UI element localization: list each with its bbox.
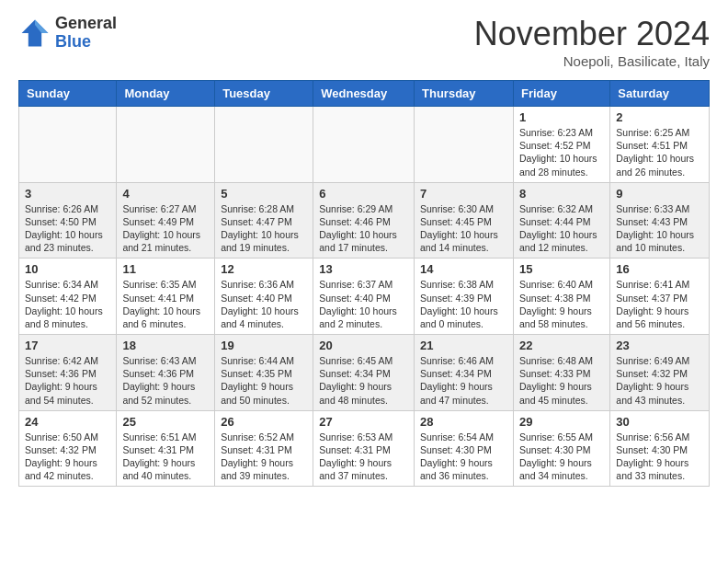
calendar-cell: 24Sunrise: 6:50 AM Sunset: 4:32 PM Dayli… [19,410,117,487]
weekday-header-sunday: Sunday [19,81,117,107]
calendar-cell: 27Sunrise: 6:53 AM Sunset: 4:31 PM Dayli… [313,410,415,487]
day-info: Sunrise: 6:42 AM Sunset: 4:36 PM Dayligh… [25,354,110,407]
calendar-cell: 20Sunrise: 6:45 AM Sunset: 4:34 PM Dayli… [313,335,415,411]
weekday-header-tuesday: Tuesday [215,81,313,107]
day-info: Sunrise: 6:40 AM Sunset: 4:38 PM Dayligh… [519,278,604,330]
logo-text: General Blue [55,15,117,52]
calendar-cell: 30Sunrise: 6:56 AM Sunset: 4:30 PM Dayli… [610,410,710,487]
weekday-header-monday: Monday [117,81,215,107]
day-number: 24 [25,415,110,429]
day-number: 12 [221,262,307,276]
day-info: Sunrise: 6:49 AM Sunset: 4:32 PM Dayligh… [616,354,703,407]
calendar-cell: 18Sunrise: 6:43 AM Sunset: 4:36 PM Dayli… [117,335,215,411]
day-number: 4 [122,187,209,201]
day-info: Sunrise: 6:30 AM Sunset: 4:45 PM Dayligh… [420,202,507,255]
day-number: 27 [319,415,408,429]
day-info: Sunrise: 6:44 AM Sunset: 4:35 PM Dayligh… [221,354,307,407]
calendar-cell [117,107,215,183]
day-info: Sunrise: 6:46 AM Sunset: 4:34 PM Dayligh… [420,354,507,407]
day-number: 8 [519,187,604,201]
day-number: 19 [221,339,307,352]
day-number: 15 [519,262,604,276]
day-info: Sunrise: 6:35 AM Sunset: 4:41 PM Dayligh… [122,278,209,330]
calendar-cell: 8Sunrise: 6:32 AM Sunset: 4:44 PM Daylig… [513,182,609,259]
calendar-table: SundayMondayTuesdayWednesdayThursdayFrid… [18,80,710,487]
calendar-cell: 15Sunrise: 6:40 AM Sunset: 4:38 PM Dayli… [513,259,609,335]
calendar-cell [313,107,415,183]
calendar-cell: 25Sunrise: 6:51 AM Sunset: 4:31 PM Dayli… [117,410,215,487]
day-number: 17 [25,339,110,352]
weekday-header-friday: Friday [513,81,609,107]
day-info: Sunrise: 6:27 AM Sunset: 4:49 PM Dayligh… [122,202,209,255]
day-info: Sunrise: 6:33 AM Sunset: 4:43 PM Dayligh… [616,202,703,255]
day-info: Sunrise: 6:51 AM Sunset: 4:31 PM Dayligh… [122,431,209,483]
day-number: 26 [221,415,307,429]
calendar-cell [19,107,117,183]
day-number: 16 [616,262,703,276]
header: General Blue November 2024 Noepoli, Basi… [18,15,710,69]
calendar-cell: 29Sunrise: 6:55 AM Sunset: 4:30 PM Dayli… [513,410,609,487]
calendar-cell [415,107,514,183]
calendar-cell: 19Sunrise: 6:44 AM Sunset: 4:35 PM Dayli… [215,335,313,411]
logo: General Blue [18,15,117,52]
day-number: 23 [616,339,703,352]
day-info: Sunrise: 6:52 AM Sunset: 4:31 PM Dayligh… [221,431,307,483]
day-info: Sunrise: 6:54 AM Sunset: 4:30 PM Dayligh… [420,431,507,483]
calendar-cell: 14Sunrise: 6:38 AM Sunset: 4:39 PM Dayli… [415,259,514,335]
day-number: 3 [25,187,110,201]
calendar-cell: 28Sunrise: 6:54 AM Sunset: 4:30 PM Dayli… [415,410,514,487]
day-info: Sunrise: 6:53 AM Sunset: 4:31 PM Dayligh… [319,431,408,483]
weekday-header-wednesday: Wednesday [313,81,415,107]
day-number: 5 [221,187,307,201]
day-number: 22 [519,339,604,352]
day-number: 11 [122,262,209,276]
day-info: Sunrise: 6:45 AM Sunset: 4:34 PM Dayligh… [319,354,408,407]
calendar-cell: 5Sunrise: 6:28 AM Sunset: 4:47 PM Daylig… [215,182,313,259]
calendar-row-3: 17Sunrise: 6:42 AM Sunset: 4:36 PM Dayli… [19,335,710,411]
day-info: Sunrise: 6:26 AM Sunset: 4:50 PM Dayligh… [25,202,110,255]
calendar-cell: 10Sunrise: 6:34 AM Sunset: 4:42 PM Dayli… [19,259,117,335]
day-number: 7 [420,187,507,201]
calendar-row-1: 3Sunrise: 6:26 AM Sunset: 4:50 PM Daylig… [19,182,710,259]
day-number: 20 [319,339,408,352]
day-number: 25 [122,415,209,429]
day-info: Sunrise: 6:56 AM Sunset: 4:30 PM Dayligh… [616,431,703,483]
calendar-cell: 16Sunrise: 6:41 AM Sunset: 4:37 PM Dayli… [610,259,710,335]
day-info: Sunrise: 6:36 AM Sunset: 4:40 PM Dayligh… [221,278,307,330]
calendar-cell: 2Sunrise: 6:25 AM Sunset: 4:51 PM Daylig… [610,107,710,183]
day-info: Sunrise: 6:23 AM Sunset: 4:52 PM Dayligh… [519,126,604,178]
day-number: 14 [420,262,507,276]
day-number: 10 [25,262,110,276]
day-info: Sunrise: 6:32 AM Sunset: 4:44 PM Dayligh… [519,202,604,255]
calendar-cell: 21Sunrise: 6:46 AM Sunset: 4:34 PM Dayli… [415,335,514,411]
day-number: 30 [616,415,703,429]
day-number: 13 [319,262,408,276]
day-info: Sunrise: 6:41 AM Sunset: 4:37 PM Dayligh… [616,278,703,330]
calendar-cell: 6Sunrise: 6:29 AM Sunset: 4:46 PM Daylig… [313,182,415,259]
weekday-header-thursday: Thursday [415,81,514,107]
day-number: 28 [420,415,507,429]
calendar-cell: 7Sunrise: 6:30 AM Sunset: 4:45 PM Daylig… [415,182,514,259]
calendar-cell [215,107,313,183]
logo-general-text: General [55,15,117,33]
logo-blue-text: Blue [55,33,117,52]
day-info: Sunrise: 6:38 AM Sunset: 4:39 PM Dayligh… [420,278,507,330]
day-info: Sunrise: 6:50 AM Sunset: 4:32 PM Dayligh… [25,431,110,483]
day-number: 2 [616,110,703,124]
day-number: 9 [616,187,703,201]
day-number: 1 [519,110,604,124]
month-title: November 2024 [474,15,710,53]
calendar-cell: 22Sunrise: 6:48 AM Sunset: 4:33 PM Dayli… [513,335,609,411]
page: General Blue November 2024 Noepoli, Basi… [0,0,728,505]
day-number: 18 [122,339,209,352]
day-info: Sunrise: 6:28 AM Sunset: 4:47 PM Dayligh… [221,202,307,255]
calendar-cell: 23Sunrise: 6:49 AM Sunset: 4:32 PM Dayli… [610,335,710,411]
weekday-header-saturday: Saturday [610,81,710,107]
day-number: 29 [519,415,604,429]
calendar-cell: 17Sunrise: 6:42 AM Sunset: 4:36 PM Dayli… [19,335,117,411]
day-number: 21 [420,339,507,352]
calendar-cell: 9Sunrise: 6:33 AM Sunset: 4:43 PM Daylig… [610,182,710,259]
location: Noepoli, Basilicate, Italy [474,53,710,69]
day-info: Sunrise: 6:29 AM Sunset: 4:46 PM Dayligh… [319,202,408,255]
logo-icon [18,17,51,50]
